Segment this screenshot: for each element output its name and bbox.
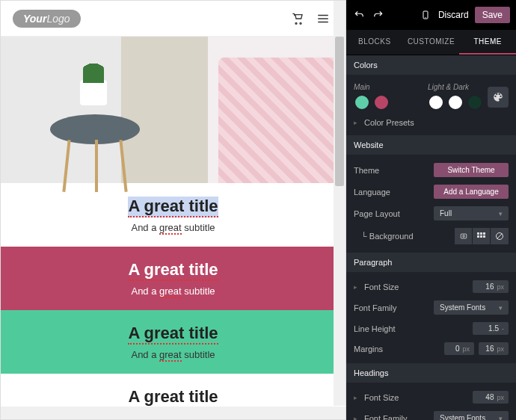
save-button[interactable]: Save [475, 7, 510, 23]
site-logo[interactable]: YourLogo [13, 10, 81, 28]
chevron-down-icon: ▾ [499, 415, 503, 421]
content-block-0[interactable]: A great title And a great subtitle [1, 183, 345, 247]
discard-button[interactable]: Discard [438, 10, 469, 20]
redo-icon[interactable] [372, 8, 385, 22]
lightdark-colors-label: Light & Dark [428, 83, 483, 91]
h-fontfamily-select[interactable]: System Fonts▾ [434, 411, 509, 420]
p-margin-top-input[interactable]: 0px [444, 342, 474, 355]
svg-rect-9 [483, 232, 485, 235]
section-paragraph-heading: Paragraph [346, 253, 516, 272]
mobile-preview-icon[interactable] [419, 8, 432, 22]
p-fontsize-label: Font Size [364, 282, 468, 291]
page-layout-label: Page Layout [354, 209, 429, 218]
theme-label: Theme [354, 166, 429, 175]
svg-rect-10 [477, 235, 479, 238]
main-colors-label: Main [354, 83, 423, 91]
svg-point-6 [462, 235, 464, 238]
color-swatch-main-2[interactable] [373, 94, 390, 111]
tab-blocks[interactable]: BLOCKS [346, 30, 403, 55]
svg-rect-8 [480, 232, 482, 235]
h-fontsize-label: Font Size [364, 393, 468, 402]
background-pattern-icon[interactable] [473, 228, 491, 244]
palette-icon[interactable] [488, 87, 509, 108]
p-fontfamily-label: Font Family [354, 303, 429, 312]
chevron-right-icon[interactable]: ▸ [354, 119, 360, 126]
background-label: └ Background [354, 232, 450, 241]
chevron-right-icon[interactable]: ▸ [354, 415, 360, 421]
block-title[interactable]: A great title [128, 324, 218, 345]
block-title[interactable]: A great title [128, 260, 218, 281]
section-colors-heading: Colors [346, 55, 516, 75]
block-subtitle[interactable]: And a great subtitle [8, 222, 338, 233]
color-swatch-dark[interactable] [467, 94, 483, 111]
chevron-right-icon[interactable]: ▸ [354, 283, 360, 291]
block-subtitle[interactable]: And a great subtitle [8, 285, 338, 297]
color-swatch-light-2[interactable] [447, 94, 464, 111]
block-subtitle[interactable]: And a great subtitle [8, 349, 338, 360]
website-preview-canvas[interactable]: YourLogo A great title And a great subti… [0, 0, 346, 420]
preview-horizontal-scrollbar[interactable] [1, 407, 345, 419]
p-fontfamily-select[interactable]: System Fonts▾ [434, 300, 509, 315]
language-label: Language [354, 188, 429, 197]
color-swatch-main-1[interactable] [354, 94, 370, 111]
chevron-down-icon: ▾ [499, 304, 503, 312]
panel-tabs: BLOCKS CUSTOMIZE THEME [346, 30, 516, 55]
tab-customize[interactable]: CUSTOMIZE [403, 30, 460, 55]
svg-rect-12 [483, 235, 485, 238]
content-block-1[interactable]: A great title And a great subtitle [1, 247, 345, 310]
add-language-button[interactable]: Add a Language [434, 185, 509, 199]
p-lineheight-input[interactable]: 1.5- [473, 322, 509, 335]
block-title[interactable]: A great title [128, 387, 218, 408]
page-layout-select[interactable]: Full▾ [434, 206, 509, 220]
tab-theme[interactable]: THEME [459, 30, 516, 55]
section-website-heading: Website [346, 135, 516, 155]
chevron-down-icon: ▾ [499, 210, 503, 217]
cart-icon[interactable] [287, 8, 308, 29]
svg-rect-7 [477, 232, 479, 235]
svg-line-14 [497, 234, 503, 239]
background-none-icon[interactable] [491, 228, 509, 244]
logo-text-1: Your [23, 13, 46, 25]
content-block-2[interactable]: A great title And a great subtitle [1, 310, 345, 374]
h-fontfamily-label: Font Family [364, 414, 429, 421]
p-lineheight-label: Line Height [354, 324, 468, 333]
panel-scroll-body[interactable]: Colors Main Light & Dark [346, 55, 516, 420]
editor-panel: Discard Save BLOCKS CUSTOMIZE THEME Colo… [346, 0, 516, 420]
panel-topbar: Discard Save [346, 0, 516, 30]
color-presets-label[interactable]: Color Presets [364, 118, 509, 127]
chevron-right-icon[interactable]: ▸ [354, 394, 360, 401]
p-margin-bottom-input[interactable]: 16px [479, 342, 509, 355]
block-title[interactable]: A great title [128, 197, 218, 217]
preview-vertical-scrollbar[interactable] [334, 1, 345, 406]
switch-theme-button[interactable]: Switch Theme [434, 163, 509, 177]
svg-rect-11 [480, 235, 482, 238]
logo-text-2: Logo [46, 13, 70, 25]
p-margins-label: Margins [354, 345, 440, 353]
hero-image[interactable] [1, 37, 345, 183]
h-fontsize-input[interactable]: 48px [473, 391, 509, 404]
svg-rect-5 [461, 234, 467, 238]
p-fontsize-input[interactable]: 16px [473, 280, 509, 293]
hamburger-menu-icon[interactable] [313, 8, 334, 29]
site-topbar: YourLogo [1, 1, 345, 37]
color-swatch-light-1[interactable] [428, 94, 444, 111]
undo-icon[interactable] [352, 8, 366, 22]
section-headings-heading: Headings [346, 363, 516, 383]
background-image-icon[interactable] [455, 228, 473, 244]
